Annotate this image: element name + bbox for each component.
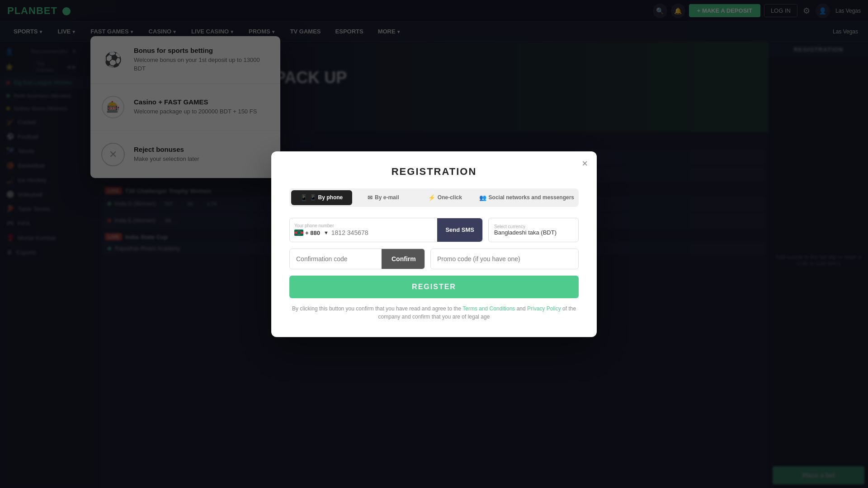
- email-tab-icon: ✉: [368, 194, 373, 201]
- confirm-button[interactable]: Confirm: [382, 249, 425, 269]
- register-button[interactable]: REGISTER: [289, 276, 579, 298]
- country-code-selector[interactable]: + 880 ▼: [294, 230, 329, 236]
- chevron-down-icon: ▼: [324, 230, 329, 235]
- currency-label: Select currency: [494, 224, 566, 229]
- tab-by-email[interactable]: ✉ By e-mail: [353, 190, 414, 205]
- phone-label: Your phone number: [294, 223, 433, 228]
- tab-by-phone[interactable]: 📱 📱 By phone: [291, 190, 352, 205]
- currency-chevron-icon: ▼: [568, 227, 573, 233]
- country-code-text: + 880: [305, 230, 320, 236]
- modal-title: REGISTRATION: [289, 166, 579, 178]
- phone-number-input[interactable]: [331, 229, 386, 236]
- phone-tab-icon: 📱: [300, 194, 307, 201]
- tab-social[interactable]: 👥 Social networks and messengers: [476, 190, 577, 205]
- currency-selector[interactable]: Select currency Bangladeshi taka (BDT) ▼: [488, 218, 579, 242]
- social-tab-icon: 👥: [479, 194, 486, 201]
- one-click-tab-icon: ⚡: [428, 194, 435, 201]
- confirmation-promo-row: Confirm: [289, 249, 579, 269]
- terms-conditions-link[interactable]: Terms and Conditions: [462, 305, 515, 312]
- send-sms-button[interactable]: Send SMS: [437, 218, 482, 242]
- privacy-policy-link[interactable]: Privacy Policy: [527, 305, 561, 312]
- modal-close-button[interactable]: ×: [582, 159, 588, 169]
- phone-currency-row: Your phone number + 880 ▼ Send SMS Selec…: [289, 218, 579, 242]
- currency-value: Bangladeshi taka (BDT): [494, 229, 566, 236]
- modal-backdrop[interactable]: × REGISTRATION 📱 📱 By phone ✉ By e-mail …: [0, 0, 868, 488]
- registration-modal: × REGISTRATION 📱 📱 By phone ✉ By e-mail …: [271, 151, 597, 337]
- tab-one-click[interactable]: ⚡ One-click: [415, 190, 476, 205]
- confirmation-group: Confirm: [289, 249, 425, 269]
- terms-text: By clicking this button you confirm that…: [289, 305, 579, 321]
- confirmation-code-input[interactable]: [290, 249, 382, 269]
- phone-field: Your phone number + 880 ▼ Send SMS: [289, 218, 483, 242]
- promo-code-input[interactable]: [430, 249, 579, 269]
- registration-tabs: 📱 📱 By phone ✉ By e-mail ⚡ One-click 👥 S…: [289, 188, 579, 207]
- flag-icon: [294, 230, 303, 236]
